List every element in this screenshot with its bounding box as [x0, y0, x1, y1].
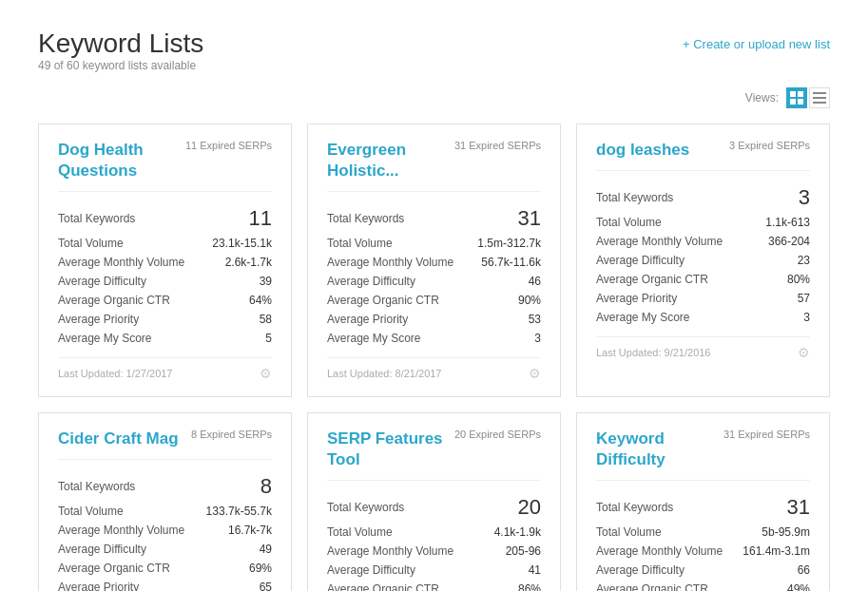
create-link[interactable]: + Create or upload new list [683, 37, 830, 51]
cards-grid: Dog Health Questions 11 Expired SERPs To… [38, 124, 830, 591]
avg-monthly-label: Average Monthly Volume [596, 544, 723, 558]
total-volume-label: Total Volume [327, 237, 393, 250]
avg-ctr-row: Average Organic CTR 69% [58, 559, 272, 578]
avg-difficulty-label: Average Difficulty [327, 275, 415, 288]
avg-monthly-row: Average Monthly Volume 161.4m-3.1m [596, 542, 810, 561]
expired-badge: 20 Expired SERPs [454, 429, 541, 440]
total-keywords-row: Total Keywords 8 [58, 471, 272, 502]
avg-priority-label: Average Priority [58, 313, 139, 326]
avg-ctr-row: Average Organic CTR 80% [596, 270, 810, 289]
last-updated: Last Updated: 8/21/2017 [327, 368, 441, 379]
keyword-list-card-dog-health-questions: Dog Health Questions 11 Expired SERPs To… [38, 124, 292, 397]
avg-difficulty-label: Average Difficulty [58, 543, 146, 556]
avg-score-row: Average My Score 3 [596, 308, 810, 327]
avg-difficulty-row: Average Difficulty 66 [596, 561, 810, 580]
card-footer: Last Updated: 9/21/2016 ⚙ [596, 336, 810, 360]
card-header: Cider Craft Mag 8 Expired SERPs [58, 429, 272, 460]
avg-monthly-row: Average Monthly Volume 56.7k-11.6k [327, 253, 541, 272]
total-keywords-value: 3 [799, 185, 810, 210]
avg-monthly-row: Average Monthly Volume 366-204 [596, 232, 810, 251]
subtitle: 49 of 60 keyword lists available [38, 59, 830, 72]
keyword-list-card-cider-craft-mag: Cider Craft Mag 8 Expired SERPs Total Ke… [38, 412, 292, 591]
total-keywords-row: Total Keywords 3 [596, 182, 810, 213]
avg-ctr-row: Average Organic CTR 90% [327, 291, 541, 310]
card-title[interactable]: dog leashes [596, 140, 689, 161]
total-keywords-value: 8 [260, 474, 272, 499]
total-keywords-value: 11 [249, 206, 272, 231]
card-title[interactable]: Evergreen Holistic... [327, 140, 454, 181]
total-keywords-value: 20 [518, 495, 541, 520]
avg-difficulty-label: Average Difficulty [596, 563, 685, 577]
card-title[interactable]: SERP Features Tool [327, 429, 454, 470]
avg-difficulty-row: Average Difficulty 39 [58, 272, 272, 291]
card-header: Evergreen Holistic... 31 Expired SERPs [327, 140, 541, 192]
avg-difficulty-row: Average Difficulty 41 [327, 561, 541, 580]
avg-difficulty-row: Average Difficulty 46 [327, 272, 541, 291]
avg-ctr-row: Average Organic CTR 86% [327, 580, 541, 591]
avg-difficulty-row: Average Difficulty 23 [596, 251, 810, 270]
avg-difficulty-label: Average Difficulty [327, 563, 415, 577]
svg-rect-1 [798, 91, 803, 97]
avg-difficulty-label: Average Difficulty [58, 275, 146, 288]
avg-ctr-label: Average Organic CTR [58, 294, 170, 307]
avg-score-value: 5 [265, 332, 272, 345]
svg-rect-6 [813, 102, 826, 104]
card-title[interactable]: Cider Craft Mag [58, 429, 179, 449]
total-volume-row: Total Volume 1.1k-613 [596, 213, 810, 232]
card-footer: Last Updated: 8/21/2017 ⚙ [327, 357, 541, 381]
expired-badge: 31 Expired SERPs [454, 140, 541, 151]
card-title[interactable]: Keyword Difficulty [596, 429, 723, 470]
avg-priority-row: Average Priority 65 [58, 578, 272, 591]
total-volume-label: Total Volume [58, 505, 124, 518]
avg-score-value: 3 [534, 332, 541, 345]
keyword-list-card-dog-leashes: dog leashes 3 Expired SERPs Total Keywor… [576, 124, 830, 397]
avg-monthly-label: Average Monthly Volume [327, 544, 453, 558]
avg-score-row: Average My Score 5 [58, 329, 272, 348]
avg-ctr-label: Average Organic CTR [327, 582, 439, 591]
card-footer: Last Updated: 1/27/2017 ⚙ [58, 357, 272, 381]
avg-ctr-value: 69% [249, 562, 272, 575]
last-updated: Last Updated: 9/21/2016 [596, 347, 710, 358]
total-volume-row: Total Volume 133.7k-55.7k [58, 502, 272, 521]
avg-difficulty-row: Average Difficulty 49 [58, 540, 272, 559]
avg-ctr-label: Average Organic CTR [596, 273, 708, 286]
total-keywords-row: Total Keywords 31 [596, 492, 810, 523]
grid-view-icon[interactable] [786, 87, 807, 108]
avg-priority-value: 57 [798, 292, 810, 305]
gear-icon[interactable]: ⚙ [529, 366, 541, 381]
total-keywords-row: Total Keywords 11 [58, 203, 272, 234]
total-volume-value: 5b-95.9m [762, 525, 810, 539]
gear-icon[interactable]: ⚙ [260, 366, 272, 381]
svg-rect-4 [813, 92, 826, 94]
list-view-icon[interactable] [809, 87, 830, 108]
gear-icon[interactable]: ⚙ [798, 345, 810, 360]
avg-ctr-value: 64% [249, 294, 272, 307]
keyword-list-card-evergreen-holistic: Evergreen Holistic... 31 Expired SERPs T… [307, 124, 561, 397]
avg-monthly-value: 366-204 [768, 235, 810, 248]
total-volume-label: Total Volume [596, 216, 662, 229]
total-volume-label: Total Volume [58, 237, 124, 250]
total-volume-row: Total Volume 4.1k-1.9k [327, 523, 541, 542]
avg-ctr-value: 80% [787, 273, 810, 286]
avg-monthly-label: Average Monthly Volume [58, 256, 184, 269]
avg-difficulty-label: Average Difficulty [596, 254, 685, 267]
keyword-list-card-serp-features-tool: SERP Features Tool 20 Expired SERPs Tota… [307, 412, 561, 591]
card-header: Dog Health Questions 11 Expired SERPs [58, 140, 272, 192]
avg-score-row: Average My Score 3 [327, 329, 541, 348]
total-keywords-value: 31 [787, 495, 810, 520]
avg-difficulty-value: 46 [529, 275, 541, 288]
last-updated: Last Updated: 1/27/2017 [58, 368, 172, 379]
total-keywords-row: Total Keywords 20 [327, 492, 541, 523]
expired-badge: 8 Expired SERPs [191, 429, 272, 440]
page-title: Keyword Lists [38, 29, 203, 59]
total-keywords-label: Total Keywords [596, 501, 673, 514]
avg-monthly-row: Average Monthly Volume 16.7k-7k [58, 521, 272, 540]
card-header: dog leashes 3 Expired SERPs [596, 140, 810, 171]
avg-difficulty-value: 41 [529, 563, 541, 577]
total-volume-label: Total Volume [596, 525, 662, 539]
card-title[interactable]: Dog Health Questions [58, 140, 185, 181]
keyword-list-card-keyword-difficulty: Keyword Difficulty 31 Expired SERPs Tota… [576, 412, 830, 591]
total-keywords-label: Total Keywords [58, 212, 135, 225]
avg-difficulty-value: 23 [798, 254, 810, 267]
avg-ctr-label: Average Organic CTR [58, 562, 170, 575]
